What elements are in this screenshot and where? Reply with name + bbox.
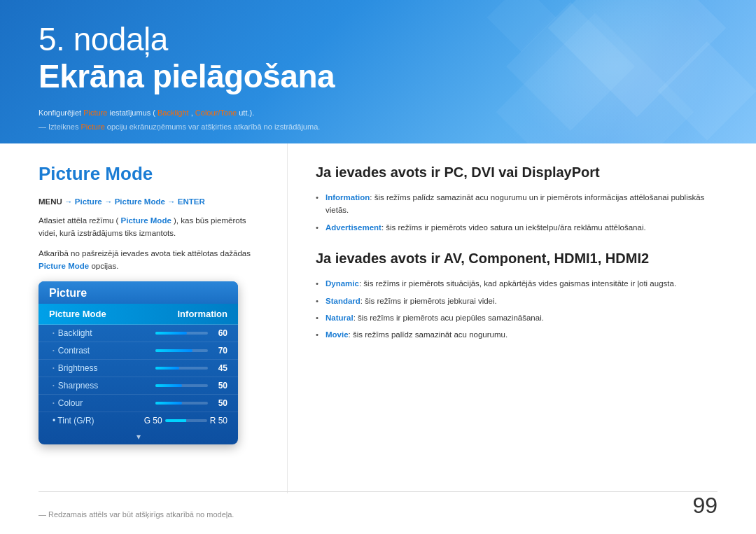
menu-row-right: 70 xyxy=(155,346,227,356)
menu-row: • Sharpness 50 xyxy=(38,377,238,395)
picture-mode-value: Information xyxy=(178,309,228,319)
tint-label: • Tint (G/R) xyxy=(52,416,94,426)
menu-row: • Backlight 60 xyxy=(38,325,238,342)
menu-row-label: • Sharpness xyxy=(52,381,98,391)
picture-menu-mockup: Picture Picture Mode Information • Backl… xyxy=(38,281,238,444)
picture-mode-label: Picture Mode xyxy=(49,309,106,319)
picture-menu-title: Picture xyxy=(38,281,238,304)
tint-values: G 50 R 50 xyxy=(144,416,227,426)
menu-row: • Contrast 70 xyxy=(38,342,238,360)
slider-track xyxy=(155,332,208,335)
menu-row-right: 50 xyxy=(155,398,227,408)
slider-track xyxy=(155,349,208,352)
menu-value: 45 xyxy=(212,363,227,373)
menu-row: • Brightness 45 xyxy=(38,360,238,377)
menu-path: MENU → Picture → Picture Mode → ENTER xyxy=(38,197,266,206)
menu-row-label: • Backlight xyxy=(52,328,92,338)
menu-arrow-down: ▾ xyxy=(38,429,238,444)
slider-track xyxy=(155,367,208,370)
slider-fill xyxy=(155,332,187,335)
slider-fill xyxy=(155,349,192,352)
right-column: Ja ievades avots ir PC, DVI vai DisplayP… xyxy=(287,143,756,493)
list-item: Natural: šis režīms ir piemērots acu pie… xyxy=(316,311,721,324)
list-item: Movie: šis režīms palīdz samazināt acu n… xyxy=(316,328,721,341)
left-column: Picture Mode MENU → Picture → Picture Mo… xyxy=(0,143,287,493)
picture-mode-row: Picture Mode Information xyxy=(38,304,238,325)
menu-rows-container: • Backlight 60 • Contrast 70 • Brightnes… xyxy=(38,325,238,412)
header-banner: 5. nodaļa Ekrāna pielāgošana Konfigurēji… xyxy=(0,0,756,143)
list-item: Dynamic: šis režīms ir piemērots situāci… xyxy=(316,277,721,290)
menu-value: 50 xyxy=(212,398,227,408)
tint-row: • Tint (G/R) G 50 R 50 xyxy=(38,412,238,429)
bullet-list-av: Dynamic: šis režīms ir piemērots situāci… xyxy=(316,277,721,342)
body-text-1: Atlasiet attēla režīmu ( Picture Mode ),… xyxy=(38,214,266,240)
menu-row-label: • Contrast xyxy=(52,346,90,356)
menu-row: • Colour 50 xyxy=(38,395,238,412)
body-text-2: Atkarībā no pašreizējā ievades avota tie… xyxy=(38,247,266,273)
menu-row-right: 60 xyxy=(155,328,227,338)
subtitle-line: Konfigurējiet Picture iestatījumus ( Bac… xyxy=(38,108,254,117)
header-text: 5. nodaļa Ekrāna pielāgošana xyxy=(38,21,335,95)
chapter-title-text: Ekrāna pielāgošana xyxy=(38,58,335,95)
menu-row-right: 50 xyxy=(155,381,227,391)
menu-value: 70 xyxy=(212,346,227,356)
note-line: — Izteiknes Picture opciju ekrānuzņēmums… xyxy=(38,122,320,131)
subsection-title-pc: Ja ievades avots ir PC, DVI vai DisplayP… xyxy=(316,163,721,181)
chapter-number: 5. nodaļa xyxy=(38,21,335,58)
decorative-diamonds xyxy=(441,0,756,143)
list-item: Information: šis režīms palīdz samazināt… xyxy=(316,191,721,217)
footer-divider xyxy=(38,491,718,492)
tint-slider xyxy=(165,419,207,422)
menu-value: 60 xyxy=(212,328,227,338)
slider-track xyxy=(155,402,208,405)
page-number: 99 xyxy=(692,493,718,519)
section-title-picture-mode: Picture Mode xyxy=(38,163,266,185)
slider-fill xyxy=(155,402,182,405)
bullet-list-pc: Information: šis režīms palīdz samazināt… xyxy=(316,191,721,234)
menu-row-label: • Brightness xyxy=(52,363,98,373)
main-content: Picture Mode MENU → Picture → Picture Mo… xyxy=(0,143,756,493)
list-item: Advertisement: šis režīms ir piemērots v… xyxy=(316,221,721,234)
menu-row-right: 45 xyxy=(155,363,227,373)
menu-value: 50 xyxy=(212,381,227,391)
slider-track xyxy=(155,384,208,387)
subsection-title-av: Ja ievades avots ir AV, Component, HDMI1… xyxy=(316,249,721,267)
list-item: Standard: šis režīms ir piemērots jebkur… xyxy=(316,295,721,307)
slider-fill xyxy=(155,367,179,370)
footer-note: — Redzamais attēls var būt atšķirīgs atk… xyxy=(38,510,234,519)
menu-row-label: • Colour xyxy=(52,398,83,408)
slider-fill xyxy=(155,384,182,387)
